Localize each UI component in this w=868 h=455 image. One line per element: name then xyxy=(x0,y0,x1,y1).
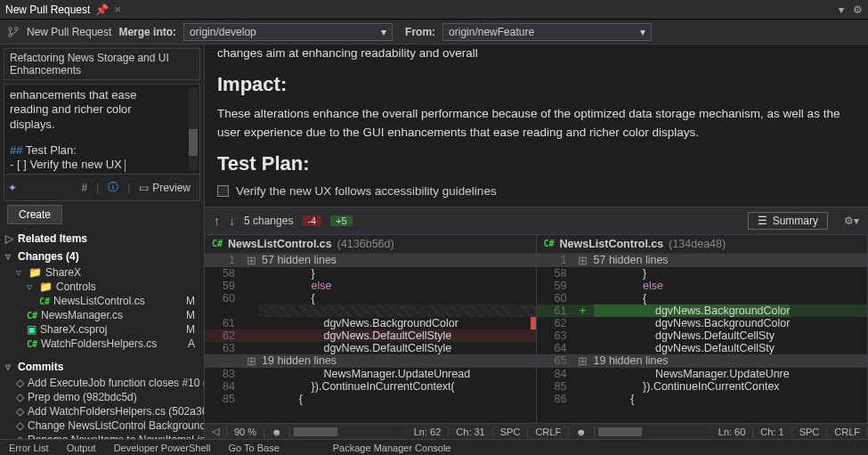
status-eol[interactable]: CRLF xyxy=(528,427,569,437)
checkbox-icon[interactable] xyxy=(217,185,229,197)
cs-icon: C# xyxy=(544,239,555,248)
main-area: changes aim at enhancing readability and… xyxy=(205,45,868,439)
chevron-down-icon: ▾ xyxy=(640,26,645,38)
folder-icon: 📁 xyxy=(39,280,53,293)
svg-point-0 xyxy=(9,27,12,30)
tree-file[interactable]: C#NewsListControl.csM xyxy=(0,294,204,308)
tree-file[interactable]: ▣ShareX.csprojM xyxy=(0,322,204,337)
file-name: NewsListControl.cs xyxy=(228,238,332,250)
status-indent[interactable]: SPC xyxy=(792,427,828,437)
health-icon[interactable]: ☻ xyxy=(264,427,290,437)
expand-icon[interactable]: ⊞ xyxy=(244,254,258,267)
tree-folder-sharex[interactable]: ▿📁ShareX xyxy=(0,265,204,280)
markdown-icon[interactable]: # xyxy=(81,182,87,194)
tab-output[interactable]: Output xyxy=(58,443,105,453)
changes-section[interactable]: ▿Changes (4) xyxy=(0,248,204,265)
tree-file[interactable]: C#WatchFoldersHelpers.csA xyxy=(0,337,204,351)
status-eol[interactable]: CRLF xyxy=(827,427,868,437)
tab-label: New Pull Request xyxy=(5,4,90,16)
diff-panes: C# NewsListControl.cs (4136b56d) 1⊞57 hi… xyxy=(205,235,868,423)
prev-change-button[interactable]: ↑ xyxy=(214,214,220,228)
tree-file[interactable]: C#NewsManager.csM xyxy=(0,308,204,322)
preview-icon: ▭ xyxy=(139,182,149,194)
desc-intro: changes aim at enhancing readability and… xyxy=(217,45,856,62)
close-icon[interactable]: × xyxy=(114,3,121,16)
health-icon[interactable]: ☻ xyxy=(569,427,595,437)
cs-icon: C# xyxy=(27,339,37,349)
description-preview: changes aim at enhancing readability and… xyxy=(205,45,868,207)
editor-blank xyxy=(10,132,194,143)
expand-icon[interactable]: ⊞ xyxy=(244,354,258,368)
pin-icon[interactable]: 📌 xyxy=(95,4,109,16)
status-col: Ch: 1 xyxy=(753,427,791,437)
editor-line: enhancements that ease xyxy=(10,88,194,102)
titlebar: New Pull Request 📌 × ▾ ⚙ xyxy=(0,0,868,20)
commit-icon: ◇ xyxy=(16,419,24,432)
commit-row[interactable]: ◇Prep demo (982bdc5d) xyxy=(0,390,204,404)
diff-toolbar: ↑ ↓ 5 changes -4 +5 ☰ Summary ⚙▾ xyxy=(205,207,868,235)
tab-error-list[interactable]: Error List xyxy=(0,443,58,453)
diff-settings-button[interactable]: ⚙▾ xyxy=(844,215,859,227)
testplan-heading: Test Plan: xyxy=(217,152,856,175)
code-area-right[interactable]: 1⊞57 hidden lines 58 } 59 else 60 { 61+ … xyxy=(537,254,868,423)
file-name: NewsListControl.cs xyxy=(560,238,664,250)
commit-icon: ◇ xyxy=(16,405,24,418)
related-items-section[interactable]: ▷Related Items xyxy=(0,230,204,248)
zoom-level[interactable]: 90 % xyxy=(227,427,264,437)
summary-icon: ☰ xyxy=(758,215,767,227)
diff-statusbar: ◁ 90 % ☻ Ln: 62 Ch: 31 SPC CRLF ☻ Ln: 60… xyxy=(205,423,868,439)
from-label: From: xyxy=(405,26,435,38)
status-indent[interactable]: SPC xyxy=(493,427,529,437)
info-icon[interactable]: ⓘ xyxy=(108,180,118,195)
testplan-label: Verify the new UX follows accessibility … xyxy=(236,184,497,198)
gear-icon[interactable]: ⚙ xyxy=(853,4,863,16)
code-area-left[interactable]: 1⊞57 hidden lines 58 } 59 else 60 { 61 d… xyxy=(205,254,536,423)
description-editor[interactable]: enhancements that ease reading and riche… xyxy=(4,84,200,175)
tab-pkg-mgr-console[interactable]: Package Manager Console xyxy=(324,443,460,453)
sparkle-icon[interactable]: ✦ xyxy=(8,182,17,194)
tab-go-to-base[interactable]: Go To Base xyxy=(220,443,288,453)
cs-icon: C# xyxy=(27,311,37,321)
commit-row[interactable]: ◇Add ExecuteJob function closes #10 (134… xyxy=(0,376,204,390)
dropdown-icon[interactable]: ▾ xyxy=(839,4,844,16)
preview-button[interactable]: ▭ Preview xyxy=(139,182,191,194)
editor-line: reading and richer color xyxy=(10,102,194,117)
expand-icon[interactable]: ⊞ xyxy=(576,354,590,368)
create-button[interactable]: Create xyxy=(7,205,62,224)
next-change-button[interactable]: ↓ xyxy=(229,214,235,228)
deletions-badge: -4 xyxy=(302,215,321,226)
chevron-down-icon: ▾ xyxy=(381,26,386,38)
changes-count: 5 changes xyxy=(244,215,293,227)
hscrollbar-left[interactable] xyxy=(294,427,403,436)
branch-icon xyxy=(7,26,20,38)
diff-pane-right: C# NewsListControl.cs (134dea48) 1⊞57 hi… xyxy=(537,235,869,423)
commit-row[interactable]: ◇Change NewsListControl Background Color… xyxy=(0,418,204,433)
expand-icon[interactable]: ⊞ xyxy=(576,254,590,267)
editor-line: ## Test Plan: xyxy=(10,143,194,158)
svg-point-2 xyxy=(15,27,19,30)
testplan-item[interactable]: Verify the new UX follows accessibility … xyxy=(217,184,856,198)
document-tab[interactable]: New Pull Request 📌 × xyxy=(5,3,121,16)
status-col: Ch: 31 xyxy=(449,427,492,437)
impact-heading: Impact: xyxy=(217,73,856,96)
commits-section[interactable]: ▿Commits xyxy=(0,358,204,376)
tab-dev-powershell[interactable]: Developer PowerShell xyxy=(105,443,220,453)
commit-row[interactable]: ◇Rename NewsItems to NewsItemsList #19 (… xyxy=(0,433,204,439)
sidebar: Refactoring News Storage and UI Enhancem… xyxy=(0,45,205,439)
pr-title-input[interactable]: Refactoring News Storage and UI Enhancem… xyxy=(4,48,200,80)
tree-folder-controls[interactable]: ▿📁Controls xyxy=(0,280,204,294)
commit-icon: ◇ xyxy=(16,434,24,439)
commit-row[interactable]: ◇Add WatchFoldersHelpers.cs (502a3629) xyxy=(0,404,204,418)
merge-into-dropdown[interactable]: origin/develop ▾ xyxy=(183,23,393,41)
bottom-tool-tabs: Error List Output Developer PowerShell G… xyxy=(0,439,868,455)
toolbar-title: New Pull Request xyxy=(27,26,111,38)
sidebar-tree: ▷Related Items ▿Changes (4) ▿📁ShareX ▿📁C… xyxy=(0,228,204,439)
impact-paragraph: These alterations enhance the overall pe… xyxy=(217,105,856,142)
cs-icon: C# xyxy=(212,239,223,248)
svg-point-1 xyxy=(9,33,12,37)
editor-scrollbar[interactable] xyxy=(189,88,198,170)
summary-button[interactable]: ☰ Summary xyxy=(748,212,828,230)
hscrollbar-right[interactable] xyxy=(598,427,708,436)
from-dropdown[interactable]: origin/newFeature ▾ xyxy=(442,23,652,41)
file-header-right: C# NewsListControl.cs (134dea48) xyxy=(537,235,868,254)
